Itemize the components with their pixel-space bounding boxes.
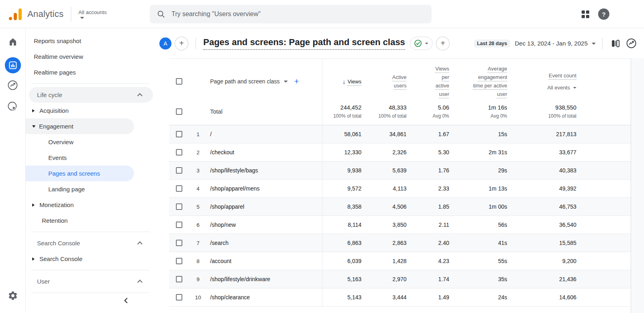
row-checkbox[interactable] xyxy=(176,258,182,264)
cell-average-engagement-time: 56s xyxy=(449,216,507,234)
settings-gear-icon[interactable] xyxy=(8,290,18,301)
sidebar-item-events[interactable]: Events xyxy=(26,150,134,166)
table-scroll-gutter[interactable] xyxy=(631,58,644,313)
analytics-logo[interactable]: Analytics xyxy=(9,8,64,20)
sidebar-item-label: User xyxy=(37,278,50,285)
cell-views: 8,114 xyxy=(322,216,361,234)
date-range-label: Last 28 days xyxy=(474,39,510,48)
chevron-down-icon[interactable] xyxy=(592,43,596,45)
cell-views-per-active-user: 1.67 xyxy=(407,125,449,143)
chevron-down-icon xyxy=(80,17,84,19)
page-path-value: /shop/lifestyle/bags xyxy=(207,162,322,179)
table-row: 7/search6,8632,8632.4041s15,585 xyxy=(169,234,631,252)
date-range-value[interactable]: Dec 13, 2024 - Jan 9, 2025 xyxy=(515,40,588,47)
sidebar-item-overview[interactable]: Overview xyxy=(26,134,134,150)
add-dimension-button[interactable] xyxy=(294,77,299,86)
row-checkbox-cell xyxy=(169,198,189,216)
sidebar-item-monetization[interactable]: Monetization xyxy=(26,197,134,213)
column-header-active-users[interactable]: Active users xyxy=(361,59,407,98)
row-number: 5 xyxy=(189,198,207,216)
row-checkbox[interactable] xyxy=(176,203,182,210)
add-report-button[interactable] xyxy=(436,37,450,50)
collapse-arrow-icon xyxy=(32,125,35,128)
row-checkbox-cell xyxy=(169,252,189,270)
row-checkbox[interactable] xyxy=(176,131,182,137)
rail-home-icon[interactable] xyxy=(8,37,18,47)
sidebar-item-acquisition[interactable]: Acquisition xyxy=(26,103,134,118)
rail-reports-icon[interactable] xyxy=(5,57,21,73)
page-title[interactable]: Pages and screens: Page path and screen … xyxy=(203,37,405,50)
column-header-views-per-active-user[interactable]: Views per active user xyxy=(407,59,449,98)
sidebar-item-retention[interactable]: Retention xyxy=(26,213,156,228)
page-path-value: /checkout xyxy=(207,143,322,161)
column-header-event-count[interactable]: Event count All events xyxy=(507,59,576,98)
table-row: 4/shop/apparel/mens9,5724,1132.331m 13s4… xyxy=(169,180,631,198)
sidebar-item-engagement[interactable]: Engagement xyxy=(26,118,134,134)
column-header-views[interactable]: Views xyxy=(322,59,361,98)
column-header-average-engagement-time[interactable]: Average engagement time per active user xyxy=(449,59,507,98)
sidebar-item-landing-page[interactable]: Landing page xyxy=(26,181,134,197)
sidebar-item-reports-snapshot[interactable]: Reports snapshot xyxy=(26,33,156,49)
row-checkbox[interactable] xyxy=(176,222,182,228)
sidebar-item-realtime-overview[interactable]: Realtime overview xyxy=(26,49,156,64)
row-checkbox[interactable] xyxy=(176,185,182,192)
row-checkbox[interactable] xyxy=(176,149,182,155)
report-sidenav: Reports snapshotRealtime overviewRealtim… xyxy=(26,28,156,313)
report-status-pill[interactable] xyxy=(410,37,433,50)
row-checkbox[interactable] xyxy=(176,240,182,246)
sidebar-item-label: Search Console xyxy=(39,255,83,262)
total-label: Total xyxy=(207,98,322,125)
row-checkbox[interactable] xyxy=(176,276,182,282)
page-path-value: /shop/clearance xyxy=(207,288,322,306)
event-filter-dropdown[interactable]: All events xyxy=(547,83,576,92)
row-checkbox[interactable] xyxy=(176,294,182,301)
table-row: 6/shop/new8,1143,8502.1156s36,540 xyxy=(169,216,631,234)
ga4-app: Analytics All accounts Try searching "Us… xyxy=(0,0,644,313)
total-row-checkbox[interactable] xyxy=(176,108,182,115)
header-divider xyxy=(196,38,196,49)
comparison-bars-icon[interactable] xyxy=(611,39,620,48)
cell-views-per-active-user: 1.85 xyxy=(407,198,449,216)
dimension-header[interactable]: Page path and screen class xyxy=(207,59,322,98)
chevron-down-icon xyxy=(425,43,428,44)
search-bar[interactable]: Try searching "Users overview" xyxy=(150,5,431,23)
cell-views-per-active-user: 5.30 xyxy=(407,143,449,161)
sidebar-item-user[interactable]: User xyxy=(29,274,153,289)
insights-icon[interactable] xyxy=(626,38,637,49)
avatar[interactable]: A xyxy=(159,37,171,50)
search-placeholder: Try searching "Users overview" xyxy=(171,10,261,18)
add-comparison-button[interactable] xyxy=(175,37,188,50)
report-header: A Pages and screens: Page path and scree… xyxy=(156,28,644,58)
row-spacer xyxy=(576,288,631,306)
select-all-checkbox[interactable] xyxy=(176,78,182,85)
help-icon[interactable] xyxy=(598,8,609,20)
row-number: 1 xyxy=(189,125,207,143)
check-circle-icon xyxy=(414,39,422,47)
cell-average-engagement-time: 41s xyxy=(449,234,507,252)
sidebar-item-life-cycle[interactable]: Life cycle xyxy=(29,87,153,103)
row-spacer xyxy=(576,162,631,179)
cell-event-count: 14,606 xyxy=(507,288,576,306)
total-active-users: 48,333100% of total xyxy=(361,98,407,125)
sidebar-item-search-console[interactable]: Search Console xyxy=(26,251,134,267)
rail-advertising-icon[interactable] xyxy=(7,101,18,112)
table-row: 8/account6,0391,4284.2355s9,200 xyxy=(169,252,631,270)
collapse-sidebar-button[interactable] xyxy=(122,297,130,306)
cell-views-per-active-user: 2.40 xyxy=(407,234,449,252)
sidebar-item-label: Search Console xyxy=(37,240,80,247)
row-checkbox[interactable] xyxy=(176,167,182,174)
chevron-up-icon xyxy=(137,280,142,285)
cell-event-count: 46,753 xyxy=(507,198,576,216)
cell-views-per-active-user: 1.76 xyxy=(407,162,449,179)
cell-event-count: 15,585 xyxy=(507,234,576,252)
account-switcher[interactable]: All accounts xyxy=(78,9,107,19)
cell-views: 12,330 xyxy=(322,143,361,161)
apps-grid-icon[interactable] xyxy=(582,10,589,18)
sidebar-item-search-console[interactable]: Search Console xyxy=(29,235,153,251)
sidebar-item-realtime-pages[interactable]: Realtime pages xyxy=(26,64,156,80)
sidebar-item-pages-and-screens[interactable]: Pages and screens xyxy=(26,166,134,181)
cell-views: 8,358 xyxy=(322,198,361,216)
rail-explore-icon[interactable] xyxy=(7,80,18,91)
total-average-engagement-time: 1m 16sAvg 0% xyxy=(449,98,507,125)
cell-active-users: 34,861 xyxy=(361,125,407,143)
